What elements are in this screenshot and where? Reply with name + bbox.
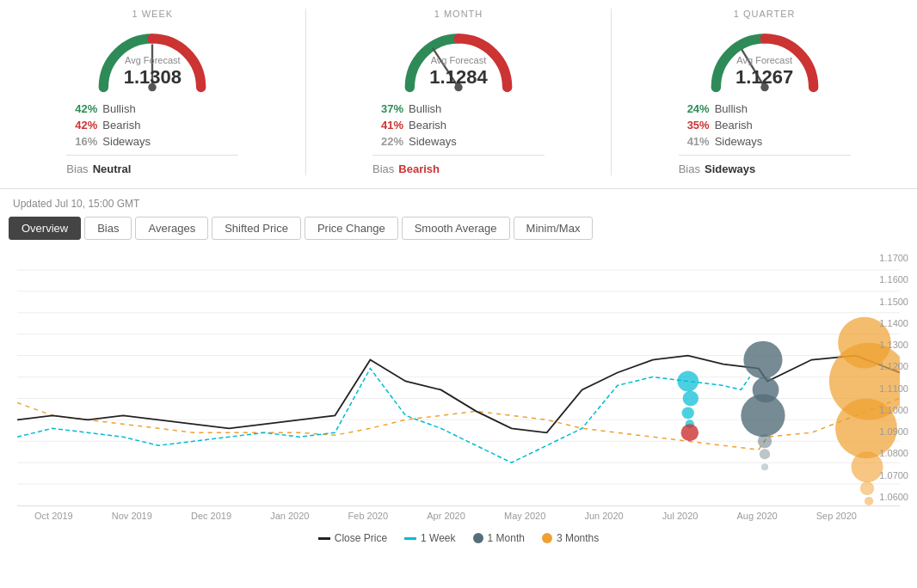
bearish-label-month: Bearish [409,119,446,132]
legend-label-close: Close Price [335,532,387,544]
legend-1week: 1 Week [404,532,455,544]
tab-smooth-average[interactable]: Smooth Average [402,217,510,240]
x-label-1: Nov 2019 [112,511,152,521]
x-label-3: Jan 2020 [270,511,309,521]
svg-point-27 [761,463,768,470]
stats-week: 42% Bullish 42% Bearish 16% Sideways Bia… [66,102,238,175]
legend-label-3months: 3 Months [557,532,599,544]
legend-color-close [318,537,330,540]
bullish-label-month: Bullish [409,102,441,115]
x-label-8: Jul 2020 [662,511,699,521]
bullish-pct-month: 37% [372,102,403,115]
chart-legend: Close Price 1 Week 1 Month 3 Months [0,525,917,548]
y-label-9: 1.0800 [861,448,908,458]
bias-value-month: Bearish [398,162,440,175]
forecast-panel-quarter: 1 QUARTER Avg Forecast 1.1267 24% Bullis… [612,9,917,175]
forecast-panels: 1 WEEK Avg Forecast 1.1308 42% Bullish [0,0,917,189]
gauge-label-month: Avg Forecast [390,55,527,65]
tab-overview[interactable]: Overview [9,217,81,240]
y-label-11: 1.0600 [861,492,908,502]
legend-close-price: Close Price [318,532,387,544]
svg-point-25 [758,434,772,448]
sideways-pct-quarter: 41% [679,135,710,148]
legend-dot-1month [473,533,483,543]
bullish-row-month: 37% Bullish [372,102,545,115]
gauge-label-quarter: Avg Forecast [696,55,834,65]
svg-point-24 [741,394,785,437]
y-label-10: 1.0700 [861,470,908,481]
bullish-row-quarter: 24% Bullish [679,102,851,115]
y-label-0: 1.1700 [861,253,908,263]
gauge-value-quarter: 1.1267 [696,66,834,89]
bias-row-week: Bias Neutral [66,162,238,175]
bearish-pct-quarter: 35% [679,119,710,132]
chart-svg [17,248,900,505]
updated-label: Updated Jul 10, 15:00 GMT [0,189,917,217]
y-label-8: 1.0900 [861,426,908,437]
svg-point-22 [743,341,782,379]
svg-point-19 [682,407,694,419]
svg-point-21 [681,424,699,441]
chart-area [17,248,900,506]
legend-color-1week [404,537,416,540]
x-label-9: Aug 2020 [737,511,778,521]
bias-label-month: Bias [372,162,394,175]
forecast-panel-week: 1 WEEK Avg Forecast 1.1308 42% Bullish [0,9,306,175]
y-label-4: 1.1300 [861,340,908,350]
period-label-quarter: 1 QUARTER [734,9,796,19]
bullish-pct-quarter: 24% [679,102,710,115]
gauge-value-week: 1.1308 [83,66,221,89]
y-label-7: 1.1000 [861,405,908,415]
y-label-1: 1.1600 [861,274,908,285]
gauge-label-week: Avg Forecast [83,55,221,65]
gauge-month: Avg Forecast 1.1284 [390,22,527,95]
forecast-panel-month: 1 MONTH Avg Forecast 1.1284 37% Bullish … [306,9,612,175]
gauge-quarter: Avg Forecast 1.1267 [696,22,834,95]
tab-price-change[interactable]: Price Change [305,217,398,240]
tab-minim-max[interactable]: Minim/Max [514,217,594,240]
legend-dot-3months [542,533,552,543]
x-label-10: Sep 2020 [816,511,857,521]
bearish-pct-week: 42% [66,119,97,132]
bearish-row-quarter: 35% Bearish [679,119,851,132]
tab-averages[interactable]: Averages [135,217,208,240]
chart-with-yaxis: 1.1700 1.1600 1.1500 1.1400 1.1300 1.120… [9,248,908,506]
sideways-label-quarter: Sideways [715,135,763,148]
tab-bias[interactable]: Bias [84,217,132,240]
bearish-label-quarter: Bearish [715,119,753,132]
y-label-3: 1.1400 [861,318,908,328]
y-axis: 1.1700 1.1600 1.1500 1.1400 1.1300 1.120… [861,248,908,506]
bias-label-quarter: Bias [679,162,700,175]
y-label-5: 1.1200 [861,361,908,371]
legend-3months: 3 Months [542,532,599,544]
sideways-row-quarter: 41% Sideways [679,135,851,148]
x-label-0: Oct 2019 [34,511,73,521]
stats-quarter: 24% Bullish 35% Bearish 41% Sideways Bia… [679,102,851,175]
chart-wrapper: 1.1700 1.1600 1.1500 1.1400 1.1300 1.120… [9,248,908,506]
bullish-label-quarter: Bullish [715,102,748,115]
gauge-week: Avg Forecast 1.1308 [83,22,221,95]
svg-point-17 [677,371,699,392]
divider-quarter [679,155,851,156]
bias-row-quarter: Bias Sideways [679,162,851,175]
period-label-week: 1 WEEK [132,9,174,19]
bias-value-week: Neutral [93,162,132,175]
x-label-5: Apr 2020 [427,511,465,521]
bias-value-quarter: Sideways [705,162,755,175]
svg-point-26 [760,449,770,459]
sideways-row-month: 22% Sideways [372,135,545,148]
sideways-label-week: Sideways [102,135,151,148]
bullish-row-week: 42% Bullish [66,102,238,115]
svg-point-18 [683,390,699,406]
y-label-6: 1.1100 [861,383,908,394]
x-label-4: Feb 2020 [348,511,388,521]
tab-shifted-price[interactable]: Shifted Price [212,217,301,240]
sideways-pct-week: 16% [66,135,97,148]
bias-row-month: Bias Bearish [372,162,545,175]
divider-week [66,155,238,156]
x-label-7: Jun 2020 [584,511,623,521]
legend-label-1month: 1 Month [488,532,525,544]
bearish-row-week: 42% Bearish [66,119,238,132]
bearish-label-week: Bearish [102,119,140,132]
sideways-pct-month: 22% [372,135,403,148]
